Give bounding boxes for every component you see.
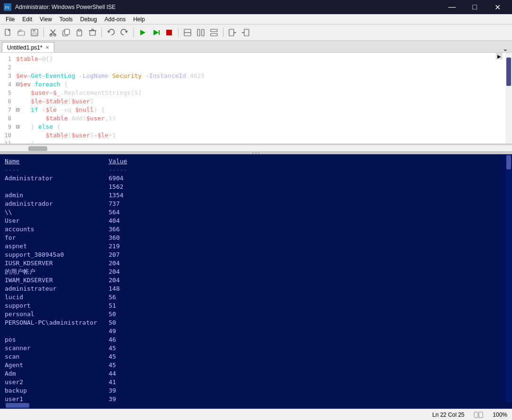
menu-edit[interactable]: Edit	[18, 15, 36, 24]
console-value-underline: -----	[109, 166, 127, 174]
list-item: aspnet219	[5, 242, 507, 251]
console-pane[interactable]: Name Value ---- ----- Administrator6904 …	[0, 154, 512, 402]
list-item: admin1354	[5, 191, 507, 200]
console-underline-row: ---- -----	[5, 166, 507, 174]
redo-button[interactable]	[118, 26, 130, 39]
svg-rect-36	[479, 412, 483, 418]
editor-h-scroll-thumb	[28, 146, 47, 151]
list-item: pos46	[5, 336, 507, 344]
tab-close-button[interactable]: ✕	[45, 45, 49, 50]
list-item: 的用户帐户204	[5, 268, 507, 276]
console-col-value-header: Value	[109, 157, 127, 166]
run-button[interactable]	[137, 26, 149, 39]
list-item: administrador737	[5, 200, 507, 208]
maximize-button[interactable]: □	[464, 0, 486, 14]
list-item: User404	[5, 217, 507, 225]
editor-vertical-scrollbar[interactable]	[505, 53, 512, 143]
expand-collapse-button[interactable]	[195, 26, 207, 39]
toolbar-sep-2	[102, 28, 102, 37]
code-line-9: 9 ⊟ } else {	[2, 123, 512, 131]
toolbar	[0, 25, 512, 41]
list-item: support51	[5, 302, 507, 310]
svg-marker-21	[140, 30, 145, 35]
run-selection-button[interactable]	[150, 26, 162, 39]
list-item: administrateur148	[5, 285, 507, 293]
svg-rect-33	[244, 29, 249, 36]
svg-rect-27	[197, 29, 200, 36]
status-zoom: 100%	[493, 412, 507, 418]
window-controls: ― □ ✕	[441, 0, 508, 14]
code-line-5: 5 $user=$_.ReplacementStrings[5]	[2, 89, 512, 97]
editor-scrollbar-thumb	[506, 58, 511, 86]
menu-file[interactable]: File	[2, 15, 18, 24]
list-item: Agent45	[5, 361, 507, 370]
code-line-6: 6 $le=$table[$user]	[2, 97, 512, 106]
console-vertical-scrollbar[interactable]	[505, 154, 512, 402]
paste-button[interactable]	[73, 26, 85, 39]
editor-content[interactable]: 1 $table=@{} 2 3 $ev=Get-EventLog -LogNa…	[0, 53, 512, 143]
editor-pane[interactable]: 1 $table=@{} 2 3 $ev=Get-EventLog -LogNa…	[0, 53, 512, 145]
zoom-out-button[interactable]	[239, 26, 252, 39]
menu-addons[interactable]: Add-ons	[101, 15, 129, 24]
list-item: user241	[5, 378, 507, 386]
svg-rect-30	[211, 34, 217, 36]
toggle-script-pane-button[interactable]	[181, 26, 194, 39]
svg-rect-28	[202, 29, 204, 36]
menu-help[interactable]: Help	[129, 15, 149, 24]
console-name-underline: ----	[5, 166, 109, 174]
list-item: IUSR_KDSERVER204	[5, 259, 507, 268]
zoom-in-button[interactable]	[226, 26, 239, 39]
close-button[interactable]: ✕	[486, 0, 508, 14]
save-button[interactable]	[28, 26, 41, 39]
svg-text:PS: PS	[5, 5, 9, 10]
list-item: 1562	[5, 183, 507, 191]
window-title: Administrator: Windows PowerShell ISE	[15, 4, 116, 10]
stop-button[interactable]	[163, 26, 175, 39]
list-item: lucid56	[5, 293, 507, 302]
svg-rect-6	[33, 29, 35, 32]
console-header-row: Name Value	[5, 157, 507, 166]
tab-label: Untitled1.ps1*	[7, 44, 43, 51]
menu-debug[interactable]: Debug	[77, 15, 101, 24]
tab-scroll-button[interactable]: ⌄	[501, 45, 510, 52]
toolbar-sep-5	[223, 28, 223, 37]
status-line-col: Ln 22 Col 25	[432, 412, 464, 418]
toolbar-sep-3	[133, 28, 134, 37]
list-item: for360	[5, 234, 507, 242]
code-line-8: 8 $table.Add($user,1)	[2, 114, 512, 123]
list-item: support_388945a0207	[5, 251, 507, 259]
minimize-button[interactable]: ―	[441, 0, 463, 14]
console-horizontal-scrollbar[interactable]	[0, 402, 512, 409]
title-bar-left: PS Administrator: Windows PowerShell ISE	[4, 3, 116, 11]
svg-rect-35	[474, 412, 478, 418]
code-line-3: 3 $ev=Get-EventLog -LogName Security -In…	[2, 72, 512, 80]
console-h-scrollbar-thumb	[6, 403, 29, 408]
list-item: 49	[5, 327, 507, 336]
copy-button[interactable]	[60, 26, 72, 39]
cut-button[interactable]	[47, 26, 59, 39]
new-button[interactable]	[2, 26, 14, 39]
menu-view[interactable]: View	[36, 15, 56, 24]
svg-rect-31	[229, 29, 234, 36]
list-item: Adm44	[5, 370, 507, 378]
status-zoom-level: 100%	[493, 412, 507, 418]
open-button[interactable]	[15, 26, 27, 39]
console-scrollbar-thumb	[506, 155, 511, 169]
list-item: IWAM_KDSERVER204	[5, 276, 507, 285]
console-content: Name Value ---- ----- Administrator6904 …	[0, 154, 512, 402]
svg-rect-29	[211, 29, 217, 32]
svg-rect-24	[166, 30, 172, 35]
undo-button[interactable]	[105, 26, 117, 39]
list-item: personal50	[5, 310, 507, 319]
editor-scroll-right[interactable]: ▶	[496, 53, 503, 59]
tab-untitled1[interactable]: Untitled1.ps1* ✕	[2, 42, 54, 52]
tab-bar: Untitled1.ps1* ✕ ⌄	[0, 41, 512, 53]
code-line-11: 11 }	[2, 140, 512, 143]
menu-tools[interactable]: Tools	[56, 15, 77, 24]
list-item: scanner45	[5, 344, 507, 353]
clear-button[interactable]	[86, 26, 99, 39]
view-toggle-button[interactable]	[208, 26, 220, 39]
status-cursor: Ln 22 Col 25	[432, 412, 464, 418]
status-bar: Ln 22 Col 25 100%	[0, 409, 512, 420]
svg-rect-16	[90, 31, 95, 35]
